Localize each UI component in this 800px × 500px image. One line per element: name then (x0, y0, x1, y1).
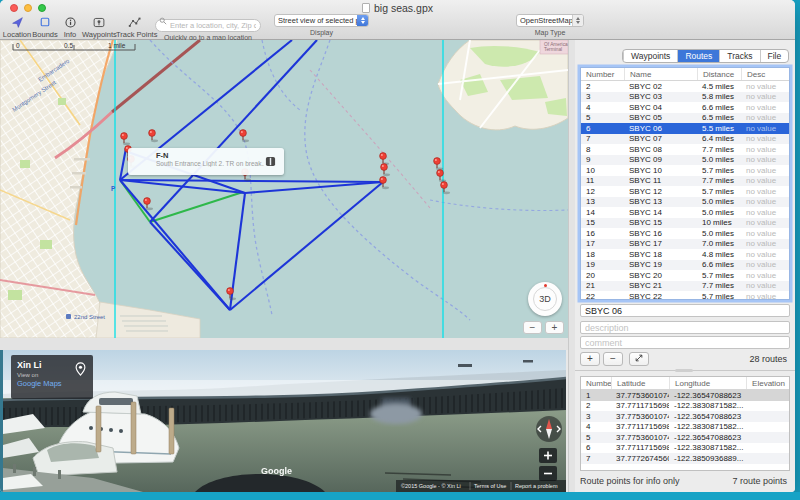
add-route-button[interactable]: + (580, 352, 600, 366)
callout-title: F-N (156, 152, 280, 160)
map-view[interactable]: Of America Terminal (0, 40, 568, 338)
route-row[interactable]: 16 SBYC 16 5.0 miles no value (581, 228, 789, 239)
app-window: big seas.gpx Location Bounds Info (0, 0, 795, 492)
search-icon (159, 17, 167, 25)
map-zoom-in-button[interactable]: + (545, 321, 564, 334)
col-elevation[interactable]: Elevation (746, 377, 789, 389)
route-row[interactable]: 21 SBYC 21 7.7 miles no value (581, 281, 789, 292)
route-row[interactable]: 19 SBYC 19 6.6 miles no value (581, 260, 789, 271)
callout-subtitle: South Entrance Light 2. TR on break... (156, 160, 264, 167)
display-caption: Display (274, 29, 369, 36)
toolbar-waypoints-button[interactable]: Waypoints (82, 14, 116, 39)
tab[interactable]: Waypoints (623, 50, 677, 62)
route-row[interactable]: 2 SBYC 02 4.5 miles no value (581, 81, 789, 92)
bounds-square-icon (32, 15, 58, 29)
toolbar-location-button[interactable]: Location (2, 14, 32, 39)
tab[interactable]: File (760, 50, 789, 62)
route-row[interactable]: 5 SBYC 05 6.5 miles no value (581, 113, 789, 124)
route-row[interactable]: 8 SBYC 08 7.7 miles no value (581, 144, 789, 155)
points-status-left: Route points for info only (580, 476, 680, 486)
map-zoom-out-button[interactable]: − (523, 321, 542, 334)
route-name-field[interactable] (580, 304, 790, 317)
google-logo: Google (261, 466, 292, 476)
pin-callout[interactable]: F-N South Entrance Light 2. TR on break.… (128, 148, 284, 175)
desktop-background (0, 492, 800, 500)
route-row[interactable]: 10 SBYC 10 5.7 miles no value (581, 165, 789, 176)
display-dropdown[interactable]: Street view of selected pin (274, 14, 369, 27)
track-points-icon (116, 15, 152, 29)
maptype-dropdown[interactable]: OpenStreetMap (516, 14, 584, 27)
route-row[interactable]: 11 SBYC 11 7.7 miles no value (581, 176, 789, 187)
col-name[interactable]: Name (624, 68, 697, 80)
route-row[interactable]: 18 SBYC 18 4.8 miles no value (581, 249, 789, 260)
sv-google-maps-link[interactable]: Google Maps (17, 379, 87, 388)
route-row[interactable]: 7 SBYC 07 6.4 miles no value (581, 134, 789, 145)
point-row[interactable]: 6 37.7711715698... -122.3830871582... (581, 443, 789, 454)
sv-terms-link[interactable]: Terms of Use (474, 483, 506, 489)
info-icon (58, 15, 82, 29)
toolbar-bounds-button[interactable]: Bounds (32, 14, 58, 39)
point-row[interactable]: 2 37.7711715698... -122.3830871582... (581, 401, 789, 412)
route-row[interactable]: 14 SBYC 14 5.0 miles no value (581, 207, 789, 218)
points-status-right: 7 route points (732, 476, 787, 486)
routes-count: 28 routes (749, 354, 787, 364)
point-row[interactable]: 7 37.7772674560... -122.3850936889... (581, 453, 789, 464)
location-arrow-icon (2, 15, 32, 29)
routes-table-header: Number Name Distance Desc (581, 68, 789, 81)
route-row[interactable]: 22 SBYC 22 5.7 miles no value (581, 291, 789, 300)
point-row[interactable]: 3 37.7753601074... -122.36547088623 (581, 411, 789, 422)
map-3d-compass-button[interactable]: 3D (528, 282, 562, 316)
zoom-to-route-button[interactable] (629, 352, 649, 366)
street22-label: 22nd Street (74, 314, 105, 320)
streetview-icon[interactable] (265, 156, 276, 167)
col-point-number[interactable]: Number (581, 377, 611, 389)
toolbar-display-group: Street view of selected pin Display (274, 14, 369, 36)
map-zoom-controls: − + (523, 321, 564, 334)
sv-compass[interactable] (536, 416, 562, 442)
route-row[interactable]: 17 SBYC 17 7.0 miles no value (581, 239, 789, 250)
map-panel-divider[interactable] (568, 40, 575, 492)
toolbar-info-button[interactable]: Info (58, 14, 82, 39)
search-input[interactable] (155, 19, 261, 32)
route-actions: + − (580, 352, 649, 366)
route-row[interactable]: 13 SBYC 13 5.0 miles no value (581, 197, 789, 208)
route-row[interactable]: 3 SBYC 03 5.8 miles no value (581, 92, 789, 103)
route-row[interactable]: 9 SBYC 09 5.0 miles no value (581, 155, 789, 166)
point-row[interactable]: 5 37.7753601074... -122.36547088623 (581, 432, 789, 443)
scale-mid: 0.5 (64, 42, 73, 49)
route-row[interactable]: 12 SBYC 12 5.7 miles no value (581, 186, 789, 197)
panel-splitter[interactable] (575, 370, 795, 371)
display-dropdown-value: Street view of selected pin (275, 16, 357, 25)
point-row[interactable]: 4 37.7711715698... -122.3830871582... (581, 422, 789, 433)
tab[interactable]: Tracks (719, 50, 759, 62)
col-distance[interactable]: Distance (697, 68, 741, 80)
document-icon (362, 3, 370, 13)
point-row[interactable]: 1 37.7753601074... -122.36547088623 (581, 390, 789, 401)
scale-start: 0 (16, 42, 20, 49)
sv-report-link[interactable]: Report a problem (515, 483, 558, 489)
col-number[interactable]: Number (581, 68, 624, 80)
col-desc[interactable]: Desc (741, 68, 789, 80)
route-row[interactable]: 15 SBYC 15 10 miles no value (581, 218, 789, 229)
route-row[interactable]: 20 SBYC 20 5.7 miles no value (581, 270, 789, 281)
pin-outline-icon (75, 362, 86, 376)
comment-field[interactable] (580, 336, 790, 349)
expand-arrows-icon (634, 353, 644, 363)
points-status-bar: Route points for info only 7 route point… (575, 476, 795, 486)
routes-table: Number Name Distance Desc 2 SBYC 02 4.5 … (580, 67, 790, 300)
sv-attribution-bar: ©2015 Google - © Xin Li Terms of Use Rep… (396, 480, 566, 492)
col-latitude[interactable]: Latitude (611, 377, 669, 389)
remove-route-button[interactable]: − (603, 352, 623, 366)
col-longitude[interactable]: Longitude (669, 377, 746, 389)
map-streetview-divider[interactable] (0, 338, 568, 350)
sv-zoom-in-button[interactable] (539, 448, 557, 463)
street-view[interactable]: Google ©2015 Google - © Xin Li Terms of … (3, 350, 566, 492)
window-header: big seas.gpx Location Bounds Info (0, 0, 795, 40)
toolbar-trackpoints-button[interactable]: Track Points (116, 14, 152, 39)
sv-zoom-out-button[interactable] (539, 466, 557, 481)
terminal-label-2: Terminal (544, 47, 562, 52)
route-row[interactable]: 6 SBYC 06 5.5 miles no value (581, 123, 789, 134)
route-row[interactable]: 4 SBYC 04 6.6 miles no value (581, 102, 789, 113)
tab[interactable]: Routes (677, 50, 719, 62)
description-field[interactable] (580, 321, 790, 334)
